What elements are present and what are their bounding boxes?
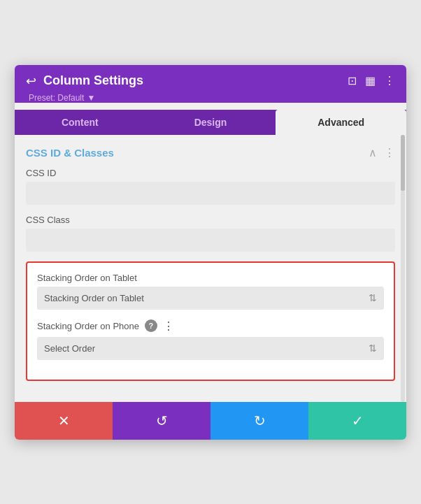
cancel-icon: ✕ <box>58 412 70 429</box>
section-more-icon[interactable]: ⋮ <box>384 146 395 159</box>
tab-content[interactable]: Content <box>15 110 145 135</box>
stacking-order-section: Stacking Order on Tablet Stacking Order … <box>26 261 395 381</box>
stacking-phone-select-wrapper: Select Order ⇅ <box>37 337 384 360</box>
scroll-track <box>401 135 405 402</box>
column-settings-panel: ↩ Column Settings ⊡ ▦ ⋮ Preset: Default▼… <box>15 65 406 440</box>
stacking-phone-select[interactable]: Select Order <box>37 337 384 360</box>
panel-header: ↩ Column Settings ⊡ ▦ ⋮ Preset: Default▼ <box>15 65 406 103</box>
header-left: ↩ Column Settings <box>26 73 143 89</box>
redo-icon: ↻ <box>254 412 266 429</box>
bottom-bar: ✕ ↺ ↻ ✓ <box>15 402 406 440</box>
stacking-tablet-select[interactable]: Stacking Order on Tablet <box>37 287 384 310</box>
field-group-css-id: CSS ID <box>26 168 395 205</box>
expand-icon[interactable]: ⊡ <box>348 74 357 87</box>
section-title-css: CSS ID & Classes <box>26 147 114 159</box>
preset-label[interactable]: Preset: Default▼ <box>26 93 395 103</box>
stacking-tablet-group: Stacking Order on Tablet Stacking Order … <box>37 273 384 310</box>
section-header-css: CSS ID & Classes ∧ ⋮ <box>26 146 395 159</box>
save-icon: ✓ <box>352 412 364 429</box>
css-class-label: CSS Class <box>26 215 395 225</box>
field-group-css-class: CSS Class <box>26 215 395 252</box>
css-id-input[interactable] <box>26 182 395 205</box>
more-options-icon[interactable]: ⋮ <box>384 74 395 87</box>
stacking-tablet-label: Stacking Order on Tablet <box>37 273 384 283</box>
reset-icon: ↺ <box>156 412 168 429</box>
css-id-label: CSS ID <box>26 168 395 178</box>
reset-button[interactable]: ↺ <box>113 402 210 440</box>
panel-body: CSS ID & Classes ∧ ⋮ CSS ID CSS Class St… <box>15 135 406 402</box>
tabs-bar: Content Design Advanced <box>15 110 406 135</box>
redo-button[interactable]: ↻ <box>210 402 308 440</box>
panel-toggle-icon[interactable]: ▦ <box>365 74 376 87</box>
header-top-row: ↩ Column Settings ⊡ ▦ ⋮ <box>26 73 395 89</box>
help-icon[interactable]: ? <box>145 319 157 332</box>
phone-more-icon[interactable]: ⋮ <box>163 319 174 333</box>
stacking-phone-label: Stacking Order on Phone <box>37 321 139 331</box>
collapse-icon[interactable]: ∧ <box>369 146 377 159</box>
stacking-tablet-select-wrapper: Stacking Order on Tablet ⇅ <box>37 287 384 310</box>
scroll-thumb[interactable] <box>401 135 405 191</box>
section-header-icons: ∧ ⋮ <box>369 146 395 159</box>
back-icon[interactable]: ↩ <box>26 73 36 89</box>
panel-title: Column Settings <box>43 73 143 88</box>
stacking-phone-label-row: Stacking Order on Phone ? ⋮ <box>37 319 384 333</box>
stacking-phone-group: Stacking Order on Phone ? ⋮ Select Order… <box>37 319 384 360</box>
tab-design[interactable]: Design <box>145 110 276 135</box>
save-button[interactable]: ✓ <box>308 402 406 440</box>
header-icons: ⊡ ▦ ⋮ <box>348 74 395 87</box>
css-class-input[interactable] <box>26 229 395 252</box>
tab-advanced[interactable]: Advanced <box>276 110 406 135</box>
cancel-button[interactable]: ✕ <box>15 402 113 440</box>
